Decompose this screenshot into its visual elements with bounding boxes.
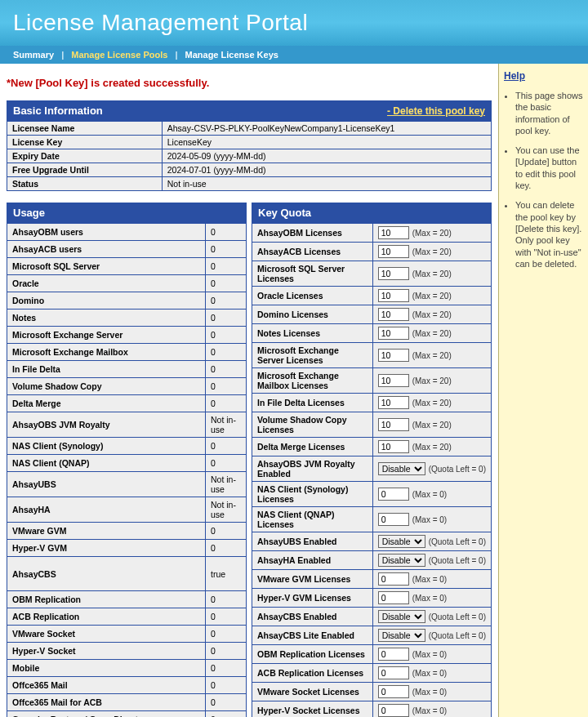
quota-select[interactable]: Disable	[378, 629, 425, 642]
quota-cell: Disable(Quota Left = 0)	[372, 532, 491, 551]
quota-input[interactable]	[378, 308, 409, 321]
quota-input[interactable]	[378, 666, 409, 679]
quota-hint: (Max = 20)	[412, 292, 452, 301]
usage-row: Offce365 Mail0	[7, 677, 247, 694]
usage-row: VMware Socket0	[7, 626, 247, 643]
usage-label: Granular Restore / Open Direct	[7, 711, 206, 718]
usage-row: AhsayOBM users0	[7, 224, 247, 241]
quota-hint: (Max = 0)	[412, 706, 448, 715]
usage-row: Offce365 Mail for ACB0	[7, 694, 247, 711]
quota-hint: (Quota Left = 0)	[429, 612, 486, 621]
quota-row: Hyper-V GVM Licenses(Max = 0)	[252, 589, 492, 608]
quota-hint: (Max = 20)	[412, 269, 452, 278]
quota-input[interactable]	[378, 591, 409, 604]
basic-info-row: Licensee NameAhsay-CSV-PS-PLKY-PoolKeyNe…	[7, 122, 492, 136]
quota-header: Key Quota	[252, 203, 492, 223]
nav-bar: Summary | Manage License Pools | Manage …	[0, 46, 588, 64]
quota-row: AhsayOBS JVM Royalty EnabledDisable(Quot…	[252, 456, 492, 482]
usage-value: 0	[206, 694, 247, 711]
usage-row: Hyper-V GVM0	[7, 540, 247, 557]
quota-cell: (Max = 20)	[372, 243, 491, 261]
quota-label: VMware Socket Licenses	[252, 683, 373, 701]
quota-input[interactable]	[378, 440, 409, 453]
quota-row: Volume Shadow Copy Licenses(Max = 20)	[252, 412, 492, 438]
help-heading: Help	[504, 70, 583, 82]
quota-hint: (Max = 20)	[412, 310, 452, 319]
quota-label: Delta Merge Licenses	[252, 438, 373, 456]
quota-select[interactable]: Disable	[378, 610, 425, 623]
quota-hint: (Max = 0)	[412, 594, 448, 603]
quota-input[interactable]	[378, 349, 409, 362]
usage-label: Hyper-V GVM	[7, 540, 206, 557]
quota-hint: (Max = 20)	[412, 376, 452, 385]
basic-info-value: Not in-use	[162, 177, 491, 191]
quota-row: AhsayCBS EnabledDisable(Quota Left = 0)	[252, 608, 492, 626]
usage-label: Oracle	[7, 275, 206, 292]
usage-row: Notes0	[7, 310, 247, 327]
usage-label: AhsayACB users	[7, 241, 206, 258]
usage-value: 0	[206, 643, 247, 660]
quota-input[interactable]	[378, 267, 409, 280]
quota-label: ACB Replication Licenses	[252, 664, 373, 683]
quota-hint: (Max = 0)	[412, 669, 448, 678]
delete-pool-key-link[interactable]: - Delete this pool key	[387, 105, 485, 117]
usage-row: NAS Client (Synology)0	[7, 438, 247, 455]
help-item: This page shows the basic information of…	[515, 90, 583, 136]
quota-input[interactable]	[378, 289, 409, 302]
nav-summary[interactable]: Summary	[13, 50, 54, 60]
usage-value: 0	[206, 327, 247, 344]
quota-select[interactable]: Disable	[378, 462, 425, 475]
usage-label: NAS Client (QNAP)	[7, 455, 206, 472]
usage-value: 0	[206, 361, 247, 378]
usage-row: VMware GVM0	[7, 523, 247, 540]
usage-label: Delta Merge	[7, 395, 206, 412]
quota-input[interactable]	[378, 685, 409, 698]
quota-input[interactable]	[378, 226, 409, 239]
usage-label: AhsayHA	[7, 497, 206, 523]
status-message: *New [Pool Key] is created successfully.	[7, 77, 492, 89]
quota-label: Notes Licenses	[252, 324, 373, 343]
nav-keys[interactable]: Manage License Keys	[185, 50, 278, 60]
quota-input[interactable]	[378, 704, 409, 717]
quota-input[interactable]	[378, 396, 409, 409]
quota-label: Hyper-V GVM Licenses	[252, 589, 373, 608]
usage-label: Microsoft Exchange Mailbox	[7, 344, 206, 361]
usage-row: Oracle0	[7, 275, 247, 292]
quota-input[interactable]	[378, 572, 409, 586]
quota-input[interactable]	[378, 513, 409, 526]
usage-row: Microsoft Exchange Server0	[7, 327, 247, 344]
basic-info-label: License Key	[7, 136, 163, 149]
quota-row: NAS Client (Synology) Licenses(Max = 0)	[252, 482, 492, 507]
nav-pools[interactable]: Manage License Pools	[71, 50, 167, 60]
usage-table: AhsayOBM users0AhsayACB users0Microsoft …	[7, 223, 247, 717]
basic-info-title: Basic Information	[13, 105, 103, 117]
usage-label: NAS Client (Synology)	[7, 438, 206, 455]
usage-row: Delta Merge0	[7, 395, 247, 412]
quota-label: NAS Client (QNAP) Licenses	[252, 507, 373, 532]
usage-value: true	[206, 557, 247, 591]
quota-input[interactable]	[378, 648, 409, 661]
quota-input[interactable]	[378, 488, 409, 501]
usage-value: Not in-use	[206, 497, 247, 523]
quota-cell: (Max = 0)	[372, 664, 491, 683]
usage-value: 0	[206, 310, 247, 327]
quota-input[interactable]	[378, 418, 409, 431]
usage-value: 0	[206, 224, 247, 241]
quota-label: NAS Client (Synology) Licenses	[252, 482, 373, 507]
quota-input[interactable]	[378, 245, 409, 258]
quota-input[interactable]	[378, 374, 409, 387]
quota-input[interactable]	[378, 327, 409, 340]
usage-row: NAS Client (QNAP)0	[7, 455, 247, 472]
quota-hint: (Quota Left = 0)	[429, 537, 486, 546]
quota-hint: (Max = 20)	[412, 351, 452, 360]
usage-row: Domino0	[7, 292, 247, 310]
quota-select[interactable]: Disable	[378, 535, 425, 548]
quota-cell: (Max = 0)	[372, 482, 491, 507]
quota-label: In File Delta Licenses	[252, 394, 373, 412]
quota-select[interactable]: Disable	[378, 554, 425, 567]
basic-info-value: 2024-07-01 (yyyy-MM-dd)	[162, 163, 491, 177]
quota-cell: (Max = 0)	[372, 507, 491, 532]
quota-row: Domino Licenses(Max = 20)	[252, 305, 492, 324]
usage-row: AhsayHANot in-use	[7, 497, 247, 523]
usage-value: 0	[206, 241, 247, 258]
